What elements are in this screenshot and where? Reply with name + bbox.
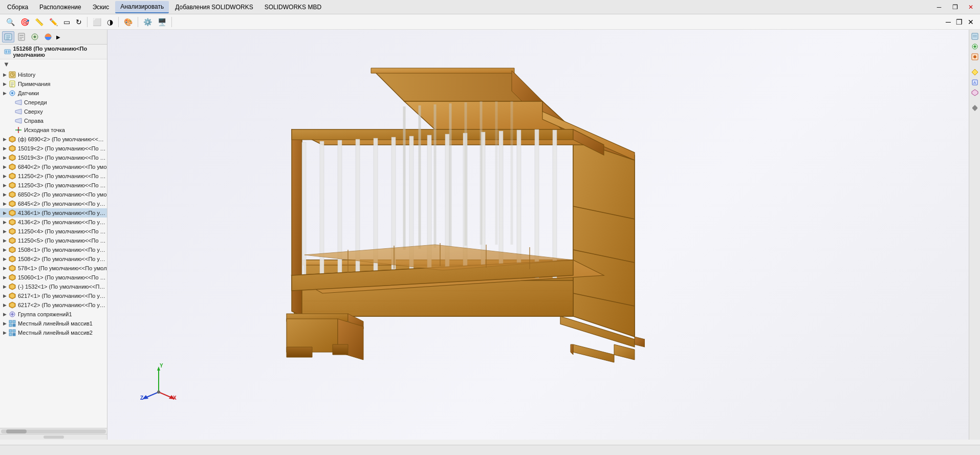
tree-item-3[interactable]: ▶Датчики [0,89,107,98]
tree-item-11[interactable]: ▶6840<2> (По умолчанию<<По умо [0,162,107,171]
tree-toggle-9[interactable]: ▶ [1,145,8,152]
lp-feature-tree-btn[interactable] [2,31,14,42]
tree-item-14[interactable]: ▶6850<2> (По умолчанию<<По умо [0,190,107,199]
svg-marker-100 [292,129,573,140]
tree-toggle-22[interactable]: ▶ [1,265,8,272]
tree-item-7[interactable]: Исходная точка [0,125,107,135]
toolbar-search-icon[interactable]: 🔍 [4,16,17,28]
tree-item-17[interactable]: ▶4136<2> (По умолчанию<<По умол [0,218,107,227]
tree-item-5[interactable]: Сверху [0,107,107,116]
svg-point-156 [973,55,976,58]
tree-toggle-8[interactable]: ▶ [1,136,8,143]
tree-toggle-16[interactable]: ▶ [1,209,8,216]
filter-icon[interactable]: ▼ [3,60,10,68]
tree-toggle-17[interactable]: ▶ [1,219,8,226]
svg-rect-151 [972,33,978,39]
tree-toggle-15[interactable]: ▶ [1,200,8,207]
tree-item-6[interactable]: Справа [0,116,107,125]
toolbar-sketch-icon[interactable]: ✏️ [47,16,60,28]
toolbar-target-icon[interactable]: 🎯 [18,16,31,28]
tree-item-18[interactable]: ▶11250<4> (По умолчанию<<По умо [0,227,107,236]
hscroll-thumb[interactable] [6,429,27,434]
tree-toggle-23[interactable]: ▶ [1,274,8,281]
tree-toggle-26[interactable]: ▶ [1,301,8,309]
tree-toggle-10[interactable]: ▶ [1,154,8,161]
tree-toggle-1[interactable]: ▶ [1,71,8,78]
lp-appearance-btn[interactable] [42,31,54,42]
rp-btn-2[interactable] [970,42,979,51]
tree-toggle-18[interactable]: ▶ [1,228,8,235]
tree-item-24[interactable]: ▶(-) 1532<1> (По умолчанию<<По ум [0,282,107,291]
window-minimize-btn[interactable]: ─ [932,1,946,14]
viewport-maximize-icon[interactable]: ❐ [954,16,965,28]
tree-toggle-3[interactable]: ▶ [1,90,8,97]
resize-handle[interactable] [43,436,64,439]
tree-item-12[interactable]: ▶11250<2> (По умолчанию<<По умо [0,171,107,181]
rp-btn-3[interactable] [970,52,979,61]
lp-expand-btn[interactable]: ▶ [56,34,60,40]
tree-item-15[interactable]: ▶6845<2> (По умолчанию<<По умол [0,199,107,208]
tree-item-28[interactable]: ▶Местный линейный массив1 [0,319,107,328]
viewport-close-icon[interactable]: ✕ [966,16,976,28]
tree-toggle-24[interactable]: ▶ [1,283,8,290]
menu-eskis[interactable]: Эскис [88,2,115,13]
tree-item-1[interactable]: ▶History [0,70,107,79]
tree-toggle-28[interactable]: ▶ [1,320,8,327]
menu-sborka[interactable]: Сборка [2,2,33,13]
viewport-minimize-icon[interactable]: ─ [944,16,953,28]
tree-toggle-2[interactable]: ▶ [1,80,8,88]
tree-toggle-27[interactable]: ▶ [1,311,8,318]
rp-btn-1[interactable] [970,32,979,41]
toolbar-view-icon[interactable]: ⬜ [91,16,103,28]
toolbar-color-icon[interactable]: 🎨 [122,16,135,28]
tree-item-23[interactable]: ▶15060<1> (По умолчанию<<По умо [0,273,107,282]
tree-item-13[interactable]: ▶11250<3> (По умолчанию<<По умо [0,181,107,190]
toolbar-rotate-icon[interactable]: ↻ [74,16,84,28]
toolbar-monitor-icon[interactable]: 🖥️ [156,16,168,28]
tree-toggle-21[interactable]: ▶ [1,255,8,263]
window-restore-btn[interactable]: ❐ [948,1,962,14]
tree-item-20[interactable]: ▶1508<1> (По умолчанию<<По умол [0,245,107,254]
tree-item-22[interactable]: ▶578<1> (По умолчанию<<По умол [0,264,107,273]
rp-btn-5[interactable]: A [970,78,979,87]
viewport[interactable]: Y X Z [107,30,969,440]
menu-mbd[interactable]: SOLIDWORKS MBD [259,2,326,13]
rp-btn-4[interactable] [970,68,979,77]
tree-toggle-20[interactable]: ▶ [1,246,8,253]
tree-toggle-11[interactable]: ▶ [1,163,8,170]
tree-toggle-12[interactable]: ▶ [1,172,8,180]
tree-icon-part [8,255,16,263]
tree-item-27[interactable]: ▶Группа сопряжений1 [0,310,107,319]
window-close-btn[interactable]: ✕ [964,1,978,14]
menu-raspolozheniye[interactable]: Расположение [34,2,86,13]
rp-btn-7[interactable] [970,103,979,113]
tree-label-6: Справа [24,118,43,124]
tree-toggle-14[interactable]: ▶ [1,191,8,198]
toolbar-settings-icon[interactable]: ⚙️ [141,16,154,28]
svg-point-28 [17,129,19,131]
toolbar-display-icon[interactable]: ◑ [105,16,115,28]
tree-icon-part [8,301,16,309]
lp-property-manager-btn[interactable] [15,31,28,42]
tree-item-2[interactable]: ▶Примечания [0,79,107,89]
tree-item-25[interactable]: ▶6217<1> (По умолчанию<<По умол [0,291,107,300]
tree-item-29[interactable]: ▶Местный линейный массив2 [0,328,107,337]
lp-config-manager-btn[interactable] [29,31,41,42]
menu-analizirovat[interactable]: Анализировать [115,1,169,13]
toolbar-measure-icon[interactable]: 📏 [33,16,46,28]
tree-item-16[interactable]: ▶4136<1> (По умолчанию<<По умол [0,208,107,218]
tree-toggle-29[interactable]: ▶ [1,329,8,336]
tree-toggle-19[interactable]: ▶ [1,237,8,244]
tree-toggle-25[interactable]: ▶ [1,292,8,299]
tree-item-21[interactable]: ▶1508<2> (По умолчанию<<По умол [0,254,107,264]
rp-btn-6[interactable] [970,88,979,97]
tree-item-4[interactable]: Спереди [0,98,107,107]
tree-item-8[interactable]: ▶(ф) 6890<2> (По умолчанию<<По у [0,135,107,144]
toolbar-box-icon[interactable]: ▭ [61,16,72,28]
tree-item-19[interactable]: ▶11250<5> (По умолчанию<<По умо [0,236,107,245]
tree-item-9[interactable]: ▶15019<2> (По умолчанию<<По умо [0,144,107,153]
tree-item-26[interactable]: ▶6217<2> (По умолчанию<<По умол [0,300,107,310]
menu-dobavleniya[interactable]: Добавления SOLIDWORKS [170,2,258,13]
tree-toggle-13[interactable]: ▶ [1,182,8,189]
tree-item-10[interactable]: ▶15019<3> (По умолчанию<<По умо [0,153,107,162]
